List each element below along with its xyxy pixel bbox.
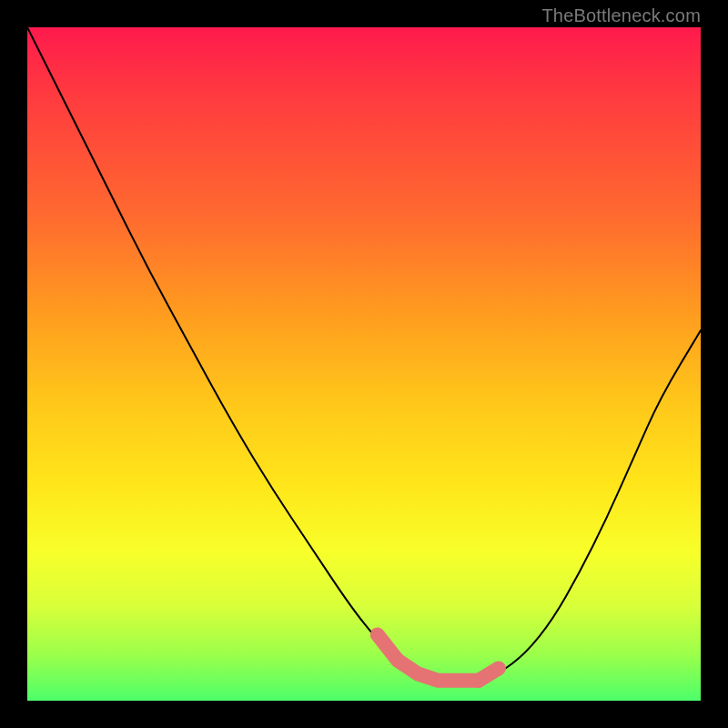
chart-svg bbox=[27, 27, 701, 701]
highlight-flat-bottom bbox=[398, 661, 479, 681]
watermark-text: TheBottleneck.com bbox=[541, 5, 701, 26]
bottleneck-curve bbox=[27, 27, 701, 681]
outer-frame: TheBottleneck.com bbox=[0, 0, 728, 728]
highlight-right-slope bbox=[479, 668, 499, 680]
plot-area bbox=[27, 27, 701, 701]
